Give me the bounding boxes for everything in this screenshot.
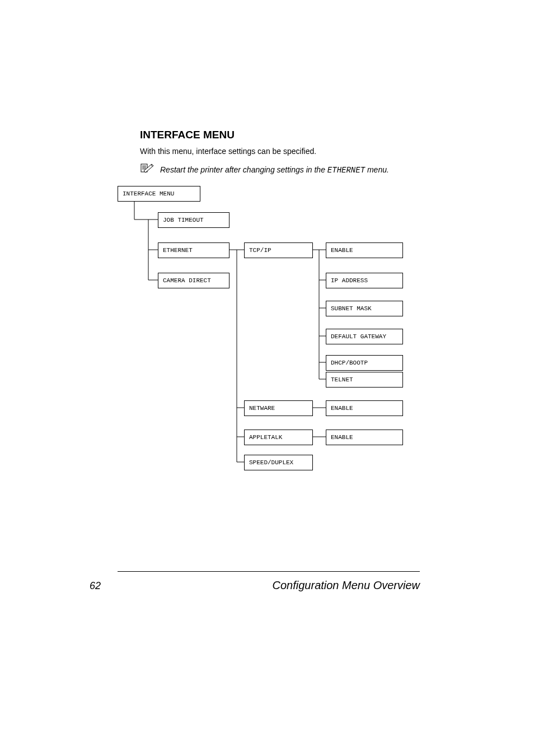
tree-node-camera-direct: CAMERA DIRECT <box>158 273 229 288</box>
tree-node-netware: NETWARE <box>244 400 313 416</box>
tree-node-job-timeout: JOB TIMEOUT <box>158 212 229 228</box>
footer-rule <box>118 571 420 572</box>
tree-node-root: INTERFACE MENU <box>118 186 200 202</box>
note-mono: ETHERNET <box>327 166 365 175</box>
intro-text: With this menu, interface settings can b… <box>140 147 420 156</box>
page-number: 62 <box>90 580 101 592</box>
tree-node-speed-duplex: SPEED/DUPLEX <box>244 455 313 470</box>
tree-node-telnet: TELNET <box>326 372 403 388</box>
tree-node-enable-2: ENABLE <box>326 400 403 416</box>
note-prefix: Restart the printer after changing setti… <box>160 165 327 174</box>
page-footer: 62 Configuration Menu Overview <box>90 579 420 592</box>
tree-node-enable-1: ENABLE <box>326 242 403 258</box>
tree-node-tcp-ip: TCP/IP <box>244 242 313 258</box>
tree-node-appletalk: APPLETALK <box>244 430 313 445</box>
tree-node-ip-address: IP ADDRESS <box>326 273 403 288</box>
tree-node-dhcp-bootp: DHCP/BOOTP <box>326 355 403 371</box>
note-row: Restart the printer after changing setti… <box>140 164 420 176</box>
footer-section-label: Configuration Menu Overview <box>273 579 420 592</box>
note-suffix: menu. <box>365 165 389 174</box>
section-title: INTERFACE MENU <box>140 129 420 141</box>
tree-node-enable-3: ENABLE <box>326 430 403 445</box>
tree-node-subnet-mask: SUBNET MASK <box>326 301 403 316</box>
note-text: Restart the printer after changing setti… <box>160 165 389 175</box>
menu-tree: INTERFACE MENU JOB TIMEOUT ETHERNET CAME… <box>118 186 431 483</box>
tree-node-ethernet: ETHERNET <box>158 242 229 258</box>
tree-node-default-gateway: DEFAULT GATEWAY <box>326 329 403 344</box>
note-icon <box>140 164 154 176</box>
